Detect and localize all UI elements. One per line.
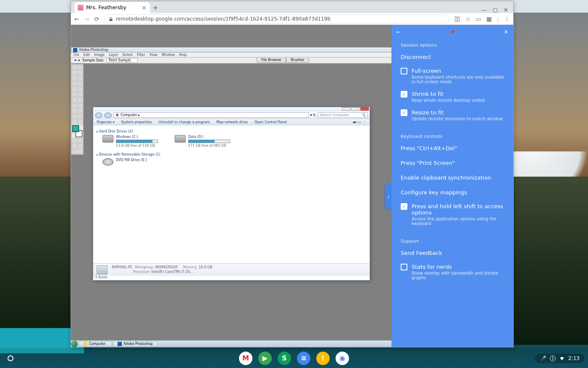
ps-menu-help[interactable]: Help — [179, 53, 186, 57]
taskbar-computer[interactable]: Computer — [79, 341, 112, 347]
launcher-button[interactable] — [3, 351, 18, 365]
tool[interactable] — [72, 92, 77, 97]
tool[interactable] — [72, 65, 77, 70]
option-value[interactable]: Point Sample — [107, 58, 138, 63]
app-messages[interactable]: ▶ — [258, 352, 272, 365]
panel-pin-icon[interactable]: 📌 — [449, 29, 456, 35]
app-gmail[interactable]: M — [239, 352, 252, 365]
app-keep[interactable]: ! — [316, 352, 330, 365]
tool[interactable] — [78, 98, 83, 103]
remote-desktop-viewport[interactable]: Adobe Photoshop File Edit Image Layer Se… — [71, 25, 513, 347]
fullscreen-checkbox[interactable] — [401, 68, 407, 74]
press-prtscr-button[interactable]: Press "Print Screen" — [391, 156, 513, 170]
tool[interactable] — [78, 92, 83, 97]
clipboard-sync-button[interactable]: Enable clipboard synchronization — [391, 170, 513, 185]
taskbar-photoshop[interactable]: Adobe Photoshop — [113, 341, 158, 347]
disconnect-button[interactable]: Disconnect — [391, 50, 513, 64]
shift-access-option[interactable]: ✓ Press and hold left shift to access op… — [391, 200, 513, 229]
ps-tab-filebrowser[interactable]: File Browser — [257, 58, 286, 63]
key-icon[interactable]: ⚿ — [454, 16, 460, 22]
stats-option[interactable]: Stats for nerdsShow overlay with bandwid… — [391, 260, 513, 283]
notification-badge[interactable]: 1 — [550, 355, 556, 361]
tool[interactable] — [72, 98, 77, 103]
ex-cmd-uninstall[interactable]: Uninstall or change a program — [159, 120, 210, 124]
ps-menu-image[interactable]: Image — [94, 53, 105, 57]
explorer-address-bar[interactable]: 🖥 Computer ▸ — [113, 112, 309, 118]
mode[interactable] — [78, 138, 83, 143]
extension-icon-2[interactable]: ▦ — [486, 16, 492, 22]
press-cad-button[interactable]: Press "Ctrl+Alt+Del" — [391, 141, 513, 156]
browser-tab[interactable]: Mrs. Feathersby × — [74, 2, 150, 13]
ps-tab-brushes[interactable]: Brushes — [286, 58, 309, 63]
tool[interactable] — [78, 109, 83, 114]
color-swatch[interactable] — [72, 125, 83, 138]
section-removable[interactable]: Devices with Removable Storage (1) — [97, 153, 366, 156]
drive-c[interactable]: Windows (C:) 13.8 GB free of 119 GB — [102, 135, 158, 148]
tool[interactable] — [72, 103, 77, 108]
section-hdd[interactable]: Hard Disk Drives (2) — [97, 130, 366, 133]
explorer-search-input[interactable]: Search Computer 🔍 — [318, 112, 368, 118]
resize-checkbox[interactable]: ✓ — [401, 109, 407, 116]
drive-dvd[interactable]: DVD RW Drive (E:) — [102, 158, 147, 166]
ex-cmd-cpanel[interactable]: Open Control Panel — [255, 120, 287, 124]
shrink-checkbox[interactable]: ✓ — [401, 91, 407, 98]
app-chrome[interactable]: ◉ — [336, 352, 349, 365]
tool[interactable] — [72, 119, 77, 124]
mic-icon[interactable]: 🎤 — [540, 355, 546, 361]
star-icon[interactable]: ☆ — [465, 16, 471, 22]
view-icons[interactable]: ▪▾ ▭ ❔ — [353, 120, 366, 124]
tool[interactable] — [72, 81, 77, 86]
tab-close-icon[interactable]: × — [142, 4, 147, 11]
refresh-icon[interactable]: ▾ ↻ — [310, 113, 316, 117]
ex-cmd-sysprops[interactable]: System properties — [121, 120, 152, 124]
resize-option[interactable]: ✓ Resize to fitUpdate remote resolution … — [391, 106, 513, 124]
tool[interactable] — [78, 87, 83, 92]
panel-back-icon[interactable]: ← — [396, 29, 401, 35]
maximize-button[interactable]: ▢ — [493, 7, 498, 13]
tool[interactable] — [72, 76, 77, 81]
app-docs[interactable]: ≡ — [297, 352, 310, 365]
overflow-menu-icon[interactable]: ⋮ — [504, 16, 510, 22]
mode[interactable] — [78, 143, 83, 148]
shift-checkbox[interactable]: ✓ — [401, 203, 407, 210]
new-tab-button[interactable]: + — [150, 2, 161, 13]
ps-menu-layer[interactable]: Layer — [109, 53, 118, 57]
ps-menu-select[interactable]: Select — [122, 53, 133, 57]
ex-cmd-mapdrive[interactable]: Map network drive — [216, 120, 248, 124]
minimize-button[interactable]: — — [481, 7, 487, 13]
tool[interactable] — [72, 87, 77, 92]
fullscreen-option[interactable]: Full-screenSome keyboard shortcuts are o… — [391, 64, 513, 87]
nav-back-icon[interactable]: ← — [74, 16, 79, 22]
ps-menu-filter[interactable]: Filter — [137, 53, 145, 57]
extension-icon-1[interactable]: ▭ — [476, 16, 481, 22]
tool[interactable] — [78, 119, 83, 124]
tool[interactable] — [78, 70, 83, 75]
explorer-maximize[interactable] — [351, 107, 360, 111]
address-bar[interactable]: remotedesktop.google.com/access/session/… — [104, 14, 449, 24]
app-slides[interactable]: S — [278, 352, 291, 365]
mode[interactable] — [72, 149, 83, 154]
key-mappings-button[interactable]: Configure key mappings — [391, 185, 513, 200]
tool[interactable] — [72, 70, 77, 75]
tool[interactable] — [78, 103, 83, 108]
tool[interactable] — [72, 109, 77, 114]
mode[interactable] — [72, 143, 77, 148]
ex-cmd-organize[interactable]: Organize ▾ — [97, 120, 114, 124]
mode[interactable] — [72, 138, 77, 143]
tool[interactable] — [78, 114, 83, 119]
ps-menu-edit[interactable]: Edit — [83, 53, 90, 57]
ps-menu-view[interactable]: View — [150, 53, 158, 57]
ps-menu-window[interactable]: Window — [162, 53, 175, 57]
start-button[interactable] — [71, 341, 78, 347]
tool[interactable] — [72, 114, 77, 119]
explorer-forward-button[interactable] — [104, 112, 112, 118]
explorer-back-button[interactable] — [95, 112, 102, 118]
tool[interactable] — [78, 76, 83, 81]
explorer-minimize[interactable] — [342, 107, 350, 111]
explorer-close[interactable] — [360, 107, 369, 111]
close-window-button[interactable]: ✕ — [504, 7, 508, 13]
stats-checkbox[interactable] — [401, 264, 407, 270]
tool[interactable] — [78, 65, 83, 70]
reload-icon[interactable]: ⟳ — [94, 16, 99, 22]
explorer-titlebar[interactable] — [93, 107, 370, 111]
